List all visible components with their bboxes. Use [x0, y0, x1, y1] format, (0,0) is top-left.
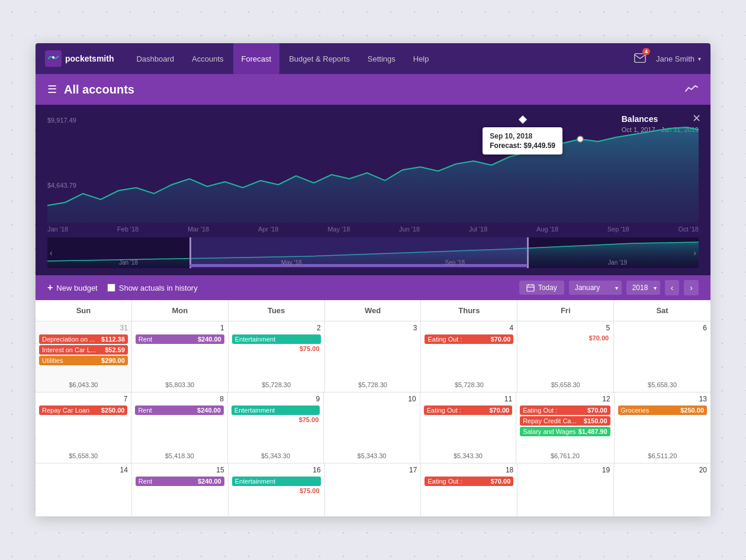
x-label-6: Jul '18 [469, 226, 487, 233]
x-label-5: Jun '18 [399, 226, 420, 233]
event-eating-out-11[interactable]: Eating Out : $70.00 [424, 405, 512, 415]
main-chart-svg [47, 117, 699, 223]
event-repay-credit-12[interactable]: Repay Credit Ca... $150.00 [520, 416, 610, 426]
svg-rect-6 [189, 264, 527, 267]
cal-day-17: 17 [325, 464, 422, 517]
cal-day-31: 31 Depreciation on ... $112.38 Interest … [36, 321, 132, 392]
x-label-1: Feb '18 [117, 226, 139, 233]
event-repay-car-7[interactable]: Repay Car Loan $250.00 [39, 405, 127, 415]
nav-forecast[interactable]: Forecast [233, 43, 280, 74]
year-select[interactable]: 201620172018 20192020 [626, 281, 660, 295]
calendar: Sun Mon Tues Wed Thurs Fri Sat 31 Deprec… [36, 300, 710, 517]
cal-day-9: 9 Entertainment $75.00 $5,343.30 [228, 392, 324, 464]
event-entertainment-2[interactable]: Entertainment [232, 334, 321, 344]
x-label-7: Aug '18 [536, 226, 558, 233]
event-utilities[interactable]: Utilities $290.00 [39, 356, 128, 365]
amount-16: $75.00 [232, 487, 321, 494]
nav-settings[interactable]: Settings [359, 43, 404, 74]
date-9: 9 [231, 395, 320, 403]
nav-help[interactable]: Help [405, 43, 438, 74]
mail-icon[interactable]: 4 [634, 52, 647, 66]
date-15: 15 [136, 466, 224, 474]
next-month-button[interactable]: › [684, 280, 699, 295]
date-1: 1 [136, 324, 224, 332]
year-select-wrapper: 201620172018 20192020 [626, 281, 660, 295]
nav-dashboard[interactable]: Dashboard [128, 43, 182, 74]
cal-day-4: 4 Eating Out : $70.00 $5,728.30 [421, 321, 517, 392]
show-actuals-checkbox[interactable] [107, 284, 115, 292]
event-entertainment-16[interactable]: Entertainment [232, 477, 321, 486]
app-container: pocketsmith Dashboard Accounts Forecast … [36, 43, 710, 517]
month-select[interactable]: JanuaryFebruaryMarch AprilMayJune JulyAu… [569, 281, 622, 295]
balance-11: $5,343.30 [420, 452, 516, 459]
date-20: 20 [618, 466, 707, 474]
event-rent-15[interactable]: Rent $240.00 [136, 477, 224, 486]
cal-day-8: 8 Rent $240.00 $5,418.30 [131, 392, 227, 464]
date-5: 5 [521, 324, 610, 332]
date-6: 6 [618, 324, 707, 332]
event-rent-1[interactable]: Rent $240.00 [136, 334, 224, 344]
cal-day-13: 13 Groceries $250.00 $6,511.20 [615, 392, 710, 464]
amount-2: $75.00 [232, 345, 321, 352]
hamburger-icon[interactable]: ☰ [47, 83, 57, 96]
logo[interactable]: pocketsmith [45, 50, 114, 67]
day-name-thu: Thurs [421, 300, 517, 321]
balance-13: $6,511.20 [615, 452, 710, 459]
date-2: 2 [232, 324, 321, 332]
mini-prev-arrow[interactable]: ‹ [50, 248, 53, 258]
prev-month-button[interactable]: ‹ [665, 280, 680, 295]
event-rent-8[interactable]: Rent $240.00 [135, 405, 223, 415]
day-name-sat: Sat [614, 300, 710, 321]
day-name-tue: Tues [229, 300, 325, 321]
user-menu[interactable]: Jane Smith ▾ [656, 54, 701, 63]
event-eating-out-4[interactable]: Eating Out : $70.00 [425, 334, 513, 344]
cal-day-6: 6 $5,658.30 [614, 321, 710, 392]
show-actuals-label[interactable]: Show actuals in history [107, 284, 198, 292]
amount-5: $70.00 [521, 334, 610, 342]
mini-chart-svg [47, 237, 699, 268]
svg-point-1 [52, 56, 54, 59]
date-3: 3 [329, 324, 417, 332]
day-name-fri: Fri [517, 300, 614, 321]
today-button[interactable]: Today [519, 281, 564, 295]
balance-4: $5,728.30 [421, 381, 517, 388]
plus-icon: + [47, 282, 53, 293]
tooltip-date: Sep 10, 2018 [490, 132, 555, 140]
new-budget-button[interactable]: + New budget [47, 282, 98, 293]
event-eating-out-12[interactable]: Eating Out : $70.00 [520, 405, 610, 415]
mini-next-arrow[interactable]: › [693, 248, 696, 258]
calendar-week-1: 31 Depreciation on ... $112.38 Interest … [36, 321, 710, 392]
nav-accounts[interactable]: Accounts [184, 43, 231, 74]
date-19: 19 [521, 466, 610, 474]
date-11: 11 [424, 395, 512, 403]
day-name-sun: Sun [36, 300, 132, 321]
balance-7: $5,658.30 [36, 452, 131, 459]
calendar-week-3: 14 15 Rent $240.00 16 Entertainment $75.… [36, 464, 710, 517]
new-budget-label: New budget [56, 284, 97, 292]
nav-budget-reports[interactable]: Budget & Reports [281, 43, 358, 74]
svg-point-2 [577, 136, 583, 142]
event-groceries-13[interactable]: Groceries $250.00 [618, 405, 707, 415]
event-eating-out-18[interactable]: Eating Out : $70.00 [425, 477, 513, 486]
page-header: ☰ All accounts [36, 74, 710, 105]
trend-icon[interactable] [684, 84, 699, 95]
date-8: 8 [135, 395, 223, 403]
event-salary-12[interactable]: Salary and Wages $1,487.90 [520, 427, 610, 436]
balance-6: $5,658.30 [614, 381, 710, 388]
toolbar-right: Today JanuaryFebruaryMarch AprilMayJune … [519, 280, 699, 295]
x-label-8: Sep '18 [607, 226, 629, 233]
cal-day-10: 10 $5,343.30 [324, 392, 420, 464]
cal-day-20: 20 [614, 464, 710, 517]
date-13: 13 [618, 395, 707, 403]
balance-5: $5,658.30 [517, 381, 613, 388]
cal-day-3: 3 $5,728.30 [325, 321, 422, 392]
cal-day-16: 16 Entertainment $75.00 [229, 464, 325, 517]
username: Jane Smith [656, 54, 694, 63]
toolbar: + New budget Show actuals in history Tod… [36, 275, 710, 300]
event-depreciation[interactable]: Depreciation on ... $112.38 [39, 334, 128, 344]
event-interest-car[interactable]: Interest on Car L... $52.59 [39, 345, 128, 355]
chart-tooltip: Sep 10, 2018 Forecast: $9,449.59 [483, 127, 562, 155]
chart-x-labels: Jan '18 Feb '18 Mar '18 Apr '18 May '18 … [47, 223, 699, 233]
svg-rect-5 [527, 237, 529, 268]
event-entertainment-9[interactable]: Entertainment [231, 405, 320, 415]
